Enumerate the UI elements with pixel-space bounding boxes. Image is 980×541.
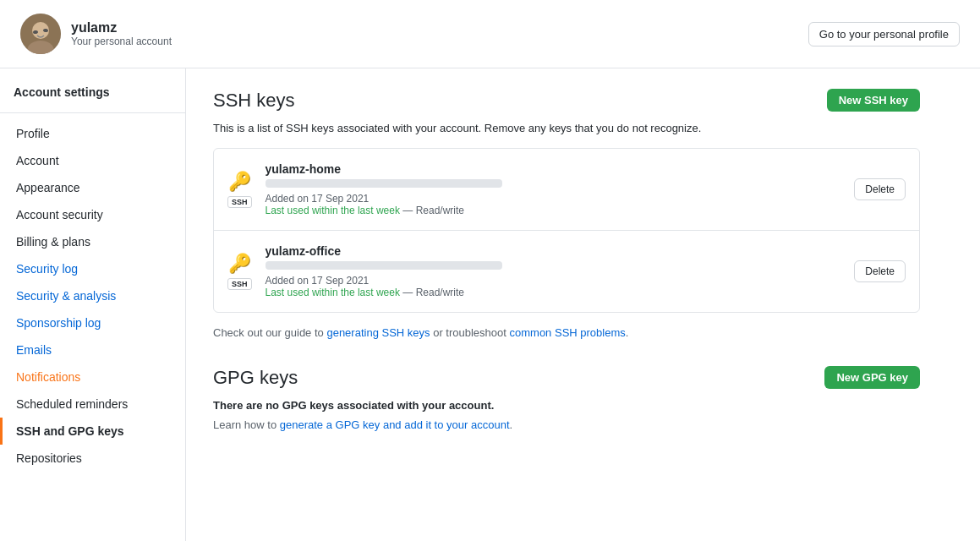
top-bar: yulamz Your personal account Go to your … [0, 0, 980, 68]
table-row: 🔑 SSH yulamz-office Added on 17 Sep 2021… [214, 231, 919, 312]
sidebar-item-sponsorship-log[interactable]: Sponsorship log [0, 309, 185, 336]
key-icon-area-2: 🔑 SSH [227, 253, 252, 290]
ssh-section-title: SSH keys [213, 90, 295, 112]
key-last-used-1: Last used within the last week — Read/wr… [266, 205, 841, 216]
key-details-2: yulamz-office Added on 17 Sep 2021 Last … [266, 244, 841, 298]
sidebar-item-notifications[interactable]: Notifications [0, 363, 185, 391]
sidebar-header: Account settings [0, 82, 185, 106]
key-last-used-2: Last used within the last week — Read/wr… [266, 287, 841, 298]
key-name-2: yulamz-office [266, 244, 841, 258]
ssh-keys-container: 🔑 SSH yulamz-home Added on 17 Sep 2021 L… [213, 148, 920, 313]
key-added-2: Added on 17 Sep 2021 [266, 275, 841, 287]
sidebar-item-billing[interactable]: Billing & plans [0, 228, 185, 255]
ssh-badge-2: SSH [227, 278, 252, 290]
sidebar-item-security-analysis[interactable]: Security & analysis [0, 282, 185, 309]
user-info: yulamz Your personal account [71, 20, 172, 47]
new-gpg-key-button[interactable]: New GPG key [824, 366, 920, 389]
page-layout: Account settings Profile Account Appeara… [0, 68, 980, 541]
ssh-section: SSH keys New SSH key This is a list of S… [213, 89, 920, 339]
sidebar-item-emails[interactable]: Emails [0, 336, 185, 363]
gpg-section-title: GPG keys [213, 367, 298, 389]
gpg-help-link[interactable]: generate a GPG key and add it to your ac… [280, 418, 510, 431]
ssh-description: This is a list of SSH keys associated wi… [213, 122, 920, 134]
gpg-section-header: GPG keys New GPG key [213, 366, 920, 389]
sidebar-item-repositories[interactable]: Repositories [0, 445, 185, 472]
account-subtitle: Your personal account [71, 36, 172, 47]
delete-key-1-button[interactable]: Delete [854, 178, 906, 200]
key-added-1: Added on 17 Sep 2021 [266, 193, 841, 205]
key-icon-2: 🔑 [228, 253, 251, 275]
gpg-section: GPG keys New GPG key There are no GPG ke… [213, 366, 920, 431]
main-content: SSH keys New SSH key This is a list of S… [186, 68, 947, 541]
sidebar-divider [0, 112, 185, 113]
key-icon-1: 🔑 [228, 171, 251, 193]
gpg-empty-message: There are no GPG keys associated with yo… [213, 399, 920, 412]
ssh-section-header: SSH keys New SSH key [213, 89, 920, 112]
sidebar: Account settings Profile Account Appeara… [0, 68, 186, 541]
key-fingerprint-2 [266, 261, 502, 270]
table-row: 🔑 SSH yulamz-home Added on 17 Sep 2021 L… [214, 149, 919, 231]
sidebar-item-scheduled-reminders[interactable]: Scheduled reminders [0, 391, 185, 418]
key-details-1: yulamz-home Added on 17 Sep 2021 Last us… [266, 162, 841, 216]
ssh-badge-1: SSH [227, 196, 252, 208]
sidebar-item-security-log[interactable]: Security log [0, 255, 185, 282]
sidebar-item-account-security[interactable]: Account security [0, 201, 185, 228]
new-ssh-key-button[interactable]: New SSH key [827, 89, 920, 112]
sidebar-item-appearance[interactable]: Appearance [0, 174, 185, 201]
username: yulamz [71, 20, 172, 36]
sidebar-item-ssh-gpg-keys[interactable]: SSH and GPG keys [0, 418, 185, 445]
delete-key-2-button[interactable]: Delete [854, 260, 906, 282]
user-info-area: yulamz Your personal account [20, 14, 172, 54]
sidebar-item-profile[interactable]: Profile [0, 120, 185, 147]
key-name-1: yulamz-home [266, 162, 841, 176]
key-icon-area-1: 🔑 SSH [227, 171, 252, 208]
generating-ssh-keys-link[interactable]: generating SSH keys [326, 326, 430, 339]
gpg-help-text: Learn how to generate a GPG key and add … [213, 418, 920, 431]
go-to-profile-button[interactable]: Go to your personal profile [808, 22, 960, 46]
common-ssh-problems-link[interactable]: common SSH problems [510, 326, 626, 339]
sidebar-item-account[interactable]: Account [0, 147, 185, 174]
key-fingerprint-1 [266, 179, 502, 188]
avatar [20, 14, 61, 54]
ssh-footer-note: Check out our guide to generating SSH ke… [213, 326, 920, 339]
